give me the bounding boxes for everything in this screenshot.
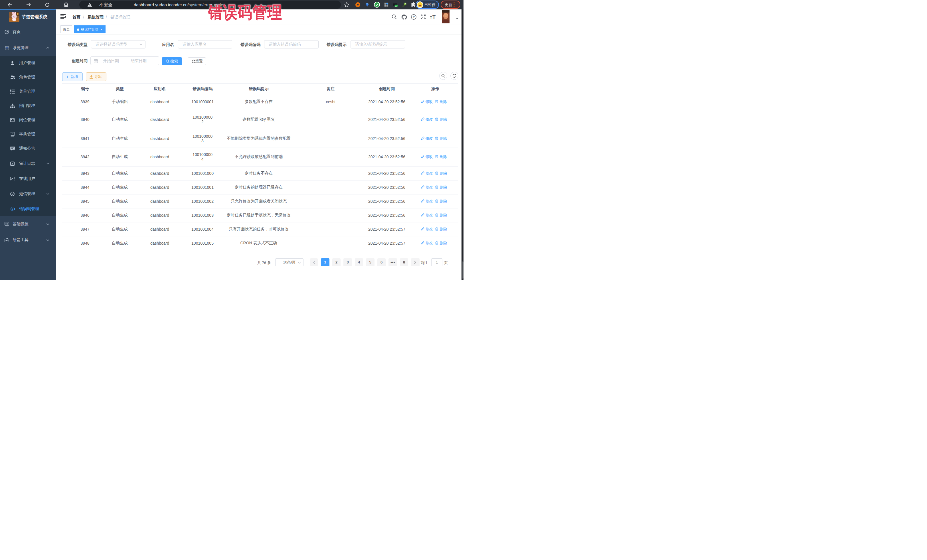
- svg-text:?: ?: [413, 15, 415, 19]
- svg-text:T: T: [432, 14, 436, 20]
- svg-text:on: on: [395, 5, 397, 7]
- svg-text:T: T: [430, 15, 432, 20]
